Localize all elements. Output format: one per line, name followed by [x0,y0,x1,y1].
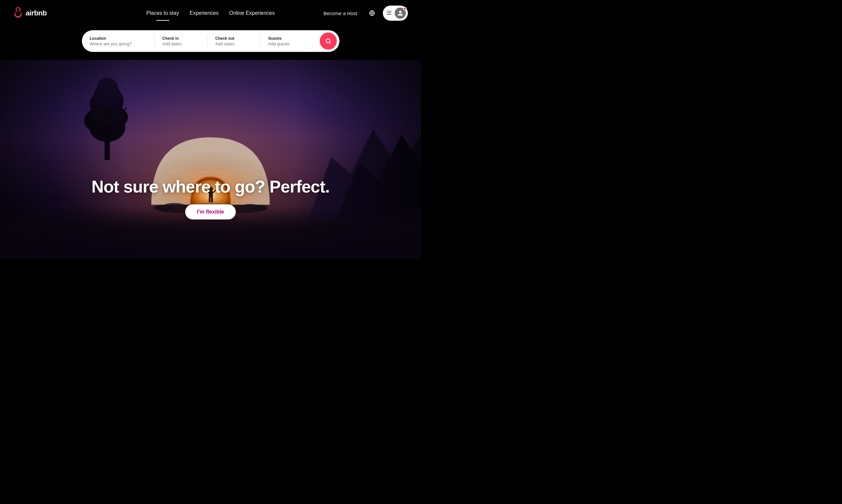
notification-dot [403,7,407,10]
guests-section[interactable]: Guests Add guests [260,32,320,50]
svg-line-6 [329,42,330,43]
flexible-button[interactable]: I'm flexible [185,204,236,219]
search-bar: Location Where are you going? Check in A… [82,30,340,52]
location-label: Location [90,36,147,41]
language-selector-button[interactable] [366,7,378,19]
guests-label: Guests [269,36,312,41]
search-button[interactable] [320,33,337,50]
checkout-label: Check out [216,36,252,41]
hero-text-block: Not sure where to go? Perfect. I'm flexi… [0,177,421,219]
airbnb-logo-icon [13,7,23,19]
globe-icon [369,10,375,16]
checkout-value: Add dates [216,41,252,46]
guests-value: Add guests [269,41,312,46]
checkout-section[interactable]: Check out Add dates [208,32,260,50]
become-host-button[interactable]: Become a Host [320,8,361,19]
checkin-value: Add dates [162,41,199,46]
search-bar-wrapper: Location Where are you going? Check in A… [0,26,421,60]
location-input: Where are you going? [90,41,147,46]
hero-section: Not sure where to go? Perfect. I'm flexi… [0,58,421,259]
logo-text: airbnb [25,9,47,17]
search-icon [325,38,331,44]
checkin-label: Check in [162,36,199,41]
avatar [395,7,406,19]
navbar: airbnb Places to stay Experiences Online… [0,0,421,26]
user-menu-button[interactable] [383,5,408,21]
checkin-section[interactable]: Check in Add dates [155,32,207,50]
hamburger-icon [387,11,391,16]
nav-tabs: Places to stay Experiences Online Experi… [141,7,280,19]
nav-right: Become a Host [320,5,408,21]
hero-headline: Not sure where to go? Perfect. [0,177,421,197]
tab-online-experiences[interactable]: Online Experiences [224,7,280,19]
location-section[interactable]: Location Where are you going? [82,32,154,50]
logo[interactable]: airbnb [13,7,47,19]
tab-places-to-stay[interactable]: Places to stay [141,7,185,19]
tab-experiences[interactable]: Experiences [184,7,224,19]
